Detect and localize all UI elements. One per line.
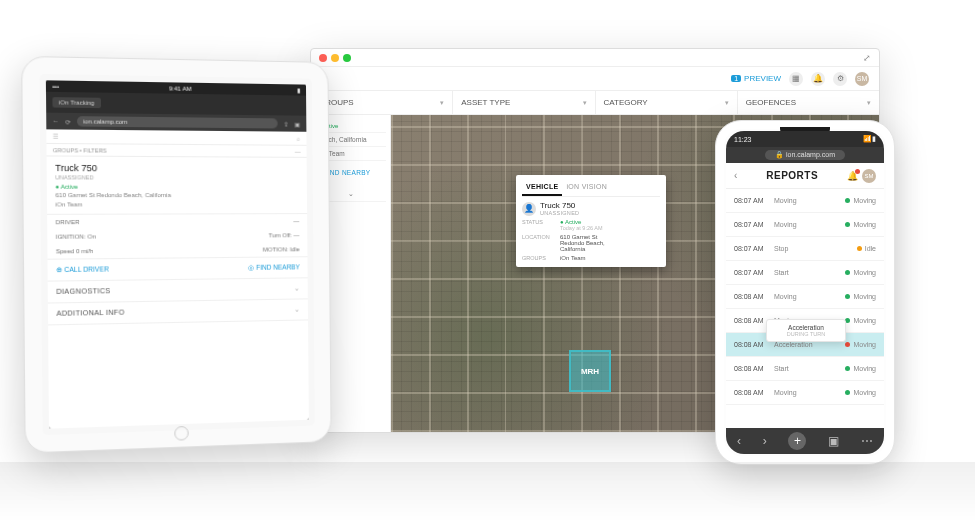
reload-icon[interactable]: ⟳: [65, 118, 70, 125]
events-list[interactable]: 08:07 AMMovingMoving08:07 AMMovingMoving…: [726, 189, 884, 428]
chevron-down-icon: ▾: [725, 99, 729, 107]
filter-asset-type[interactable]: ASSET TYPE▾: [453, 91, 595, 114]
search-icon[interactable]: ⌕: [297, 135, 301, 141]
event-name: Start: [774, 365, 845, 372]
preview-count-badge: 1: [731, 75, 741, 82]
forward-icon[interactable]: ›: [763, 434, 767, 448]
settings-icon[interactable]: ⚙: [833, 72, 847, 86]
event-name: Start: [774, 269, 845, 276]
event-row[interactable]: 08:07 AMMovingMoving: [726, 189, 884, 213]
vehicle-callout: VEHICLE iON VISION 👤 Truck 750 UNASSIGNE…: [516, 175, 666, 267]
notifications-icon[interactable]: 🔔: [847, 171, 858, 181]
reports-header: ‹ REPORTS 🔔 SM: [726, 163, 884, 189]
signal-icon: 📶: [863, 135, 872, 143]
back-icon[interactable]: ←: [53, 118, 59, 124]
status-dot-icon: [845, 294, 850, 299]
layers-icon[interactable]: ▦: [789, 72, 803, 86]
event-row[interactable]: 08:08 AMMovingMoving: [726, 381, 884, 405]
event-status: Moving: [845, 317, 876, 324]
status-dot-icon: [845, 198, 850, 203]
status-dot-icon: [845, 270, 850, 275]
map-marker[interactable]: MRH: [569, 350, 611, 392]
filter-geofences[interactable]: GEOFENCES▾: [738, 91, 879, 114]
back-icon[interactable]: ‹: [734, 170, 737, 181]
back-icon[interactable]: ‹: [737, 434, 741, 448]
window-close-icon[interactable]: [319, 54, 327, 62]
event-time: 08:07 AM: [734, 269, 774, 276]
notifications-icon[interactable]: 🔔: [811, 72, 825, 86]
event-time: 08:08 AM: [734, 365, 774, 372]
floor-reflection: [0, 462, 975, 522]
event-time: 08:08 AM: [734, 341, 774, 348]
chevron-down-icon: ⌄: [294, 284, 300, 292]
status-dot-icon: [845, 366, 850, 371]
status-dot-icon: [845, 318, 850, 323]
new-tab-button[interactable]: +: [788, 432, 806, 450]
callout-groups: iOn Team: [560, 255, 660, 261]
event-row[interactable]: 08:08 AMMovingMoving: [726, 285, 884, 309]
expand-icon[interactable]: ⤢: [863, 53, 871, 63]
accordion-additional-info[interactable]: ADDITIONAL INFO⌄: [48, 299, 308, 325]
browser-tab[interactable]: iOn Tracking: [52, 97, 100, 108]
url-field[interactable]: 🔒 ion.calamp.com: [765, 150, 845, 160]
window-zoom-icon[interactable]: [343, 54, 351, 62]
window-titlebar: ⤢: [311, 49, 879, 67]
chevron-down-icon: ⌄: [294, 306, 300, 314]
phone-device: 11:23 📶 ▮ 🔒 ion.calamp.com ‹ REPORTS 🔔 S…: [715, 120, 895, 465]
event-status: Moving: [845, 197, 876, 204]
event-time: 08:07 AM: [734, 197, 774, 204]
tabs-icon[interactable]: ▣: [294, 120, 300, 127]
callout-subtitle: UNASSIGNED: [540, 210, 579, 216]
user-avatar[interactable]: SM: [855, 72, 869, 86]
filter-groups[interactable]: GROUPS▾: [311, 91, 453, 114]
event-row[interactable]: 08:07 AMStopIdle: [726, 237, 884, 261]
card-subtitle: UNASSIGNED: [55, 174, 299, 181]
event-row[interactable]: 08:07 AMMovingMoving: [726, 213, 884, 237]
event-status: Moving: [845, 221, 876, 228]
event-row[interactable]: 08:07 AMStartMoving: [726, 261, 884, 285]
event-row[interactable]: 08:08 AMStartMoving: [726, 357, 884, 381]
event-name: Stop: [774, 245, 857, 252]
menu-icon[interactable]: ☰: [53, 133, 58, 140]
vehicle-card[interactable]: Truck 750 UNASSIGNED ● Active 610 Garnet…: [47, 156, 308, 214]
preview-label: PREVIEW: [744, 74, 781, 83]
more-icon[interactable]: ⋯: [295, 148, 301, 154]
event-time: 08:07 AM: [734, 221, 774, 228]
event-name: Moving: [774, 221, 845, 228]
card-location: 610 Garnet St Redondo Beach, California: [55, 192, 171, 198]
event-tooltip: Acceleration DURING TURN: [766, 319, 846, 342]
event-status: Moving: [845, 293, 876, 300]
tab-vehicle[interactable]: VEHICLE: [522, 181, 562, 196]
event-status: Moving: [845, 269, 876, 276]
event-status: Moving: [845, 341, 876, 348]
tab-ion-vision[interactable]: iON VISION: [562, 181, 611, 196]
preview-link[interactable]: 1 PREVIEW: [731, 74, 781, 83]
window-minimize-icon[interactable]: [331, 54, 339, 62]
battery-icon: ▮: [297, 86, 300, 93]
status-dot-icon: [857, 246, 862, 251]
event-status: Idle: [857, 245, 876, 252]
page-title: REPORTS: [766, 170, 818, 181]
url-field[interactable]: ion.calamp.com: [77, 116, 278, 128]
event-status: Moving: [845, 365, 876, 372]
app-toolbar: 1 PREVIEW ▦ 🔔 ⚙ SM: [311, 67, 879, 91]
chevron-down-icon: ▾: [440, 99, 444, 107]
event-time: 08:08 AM: [734, 389, 774, 396]
card-status: ● Active: [55, 184, 78, 190]
event-name: Moving: [774, 389, 845, 396]
home-button-icon[interactable]: [174, 426, 188, 441]
status-time: 9:41 AM: [169, 85, 192, 91]
user-avatar[interactable]: SM: [862, 169, 876, 183]
tabs-icon[interactable]: ▣: [828, 434, 839, 448]
status-dot-icon: [845, 222, 850, 227]
status-dot-icon: [845, 390, 850, 395]
find-nearby-button[interactable]: ◎ FIND NEARBY: [248, 263, 299, 272]
vehicle-avatar-icon: 👤: [522, 202, 536, 216]
filter-category[interactable]: CATEGORY▾: [596, 91, 738, 114]
chevron-down-icon: ▾: [867, 99, 871, 107]
menu-icon[interactable]: ⋯: [861, 434, 873, 448]
call-driver-button[interactable]: ⊕ CALL DRIVER: [56, 265, 109, 274]
card-driver-row: DRIVER —: [47, 214, 307, 229]
share-icon[interactable]: ⇪: [284, 120, 289, 127]
battery-icon: ▮: [872, 135, 876, 143]
